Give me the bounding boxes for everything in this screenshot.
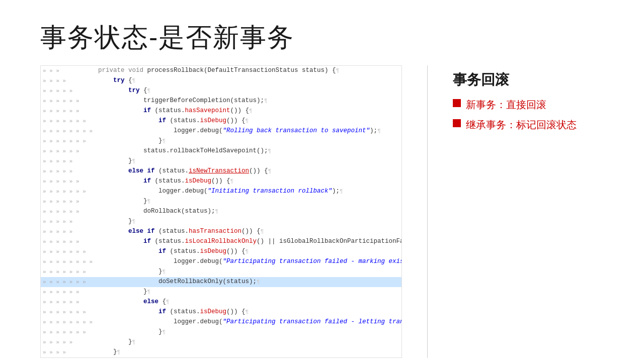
code-line-25: » » » » » » » if (status.isDebug()) {¶ bbox=[41, 307, 401, 317]
code-line-20: » » » » » » » » logger.debug("Participat… bbox=[41, 257, 401, 267]
code-line-24: » » » » » » else {¶ bbox=[41, 297, 401, 307]
code-line-28: » » » » » }¶ bbox=[41, 337, 401, 347]
code-line-2: » » » » try {¶ bbox=[41, 76, 401, 86]
square-icon-1 bbox=[453, 99, 461, 107]
code-line-13: » » » » » » » logger.debug("Initiating t… bbox=[41, 187, 401, 197]
code-line-29: » » » » }¶ bbox=[41, 347, 401, 357]
sidebar-title: 事务回滚 bbox=[453, 70, 604, 89]
sidebar-item-2-text: 继承事务：标记回滚状态 bbox=[466, 118, 577, 132]
code-line-21: » » » » » » » }¶ bbox=[41, 267, 401, 277]
sidebar-item-1: 新事务：直接回滚 bbox=[453, 98, 604, 112]
code-line-15: » » » » » » doRollback(status);¶ bbox=[41, 207, 401, 217]
sidebar-panel: 事务回滚 新事务：直接回滚 继承事务：标记回滚状态 bbox=[453, 65, 604, 358]
code-line-8: » » » » » » » }¶ bbox=[41, 136, 401, 146]
code-line-7: » » » » » » » » logger.debug("Rolling ba… bbox=[41, 126, 401, 136]
code-panel: » » » private void processRollback(Defau… bbox=[40, 65, 402, 358]
code-line-12: » » » » » » if (status.isDebug()) {¶ bbox=[41, 176, 401, 187]
square-icon-2 bbox=[453, 119, 461, 127]
code-line-26: » » » » » » » » logger.debug("Participat… bbox=[41, 317, 401, 327]
code-line-22-highlighted: » » » » » » » doSetRollbackOnly(status);… bbox=[41, 277, 401, 287]
code-line-6: » » » » » » » if (status.isDebug()) {¶ bbox=[41, 116, 401, 126]
code-line-1: » » » private void processRollback(Defau… bbox=[41, 66, 401, 76]
code-line-18: » » » » » » if (status.isLocalRollbackOn… bbox=[41, 237, 401, 247]
code-line-16: » » » » » }¶ bbox=[41, 217, 401, 227]
sidebar-item-1-text: 新事务：直接回滚 bbox=[466, 98, 546, 112]
code-line-11: » » » » » else if (status.isNewTransacti… bbox=[41, 166, 401, 176]
code-line-27: » » » » » » » }¶ bbox=[41, 327, 401, 337]
code-line-4: » » » » » » triggerBeforeCompletion(stat… bbox=[41, 96, 401, 106]
vertical-divider bbox=[427, 65, 428, 358]
code-line-10: » » » » » }¶ bbox=[41, 156, 401, 166]
page-title: 事务状态-是否新事务 bbox=[0, 0, 644, 65]
code-line-17: » » » » » else if (status.hasTransaction… bbox=[41, 227, 401, 237]
code-line-3: » » » » » try {¶ bbox=[41, 86, 401, 96]
sidebar-item-2: 继承事务：标记回滚状态 bbox=[453, 118, 604, 132]
code-line-9: » » » » » » status.rollbackToHeldSavepoi… bbox=[41, 146, 401, 156]
code-line-19: » » » » » » » if (status.isDebug()) {¶ bbox=[41, 247, 401, 257]
code-line-5: » » » » » » if (status.hasSavepoint()) {… bbox=[41, 106, 401, 116]
code-line-14: » » » » » » }¶ bbox=[41, 197, 401, 207]
code-line-23: » » » » » » }¶ bbox=[41, 287, 401, 297]
